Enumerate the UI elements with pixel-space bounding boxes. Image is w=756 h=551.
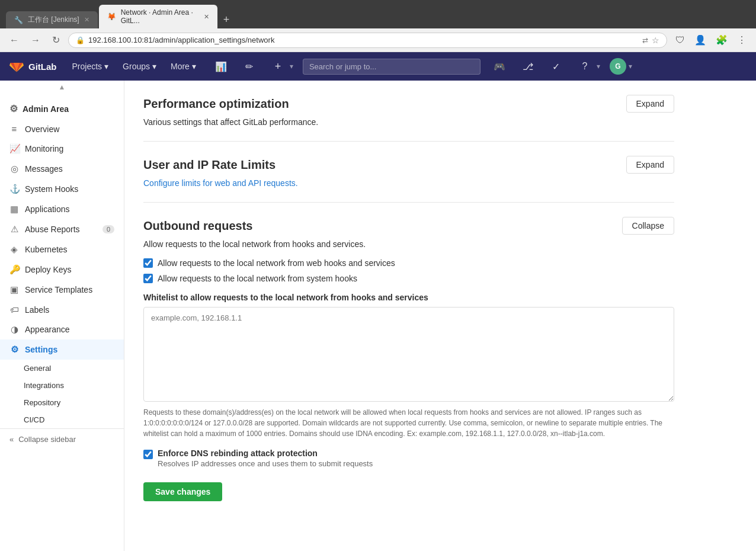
nav-plus-icon[interactable]: + [268,57,287,76]
appearance-label: Appearance [25,325,70,334]
abuse-icon: ⚠ [9,224,19,235]
back-button[interactable]: ← [6,33,23,48]
nav-todo-icon[interactable]: ✓ [547,57,566,76]
translate-icon: ⇄ [642,36,648,44]
deploy-keys-icon: 🔑 [9,264,19,275]
search-input[interactable] [303,59,480,75]
sidebar-item-labels[interactable]: 🏷 Labels [0,300,124,319]
sidebar-header: ⚙ Admin Area [0,94,124,119]
whitelist-textarea[interactable] [143,307,674,402]
nav-search[interactable] [303,59,480,75]
sidebar-item-system-hooks[interactable]: ⚓ System Hooks [0,179,124,199]
rate-limits-link[interactable]: Configure limits for web and API request… [143,178,298,188]
jenkins-tab-icon: 🔧 [14,16,23,24]
reload-button[interactable]: ↻ [49,32,63,48]
whitelist-hint: Requests to these domain(s)/address(es) … [143,407,674,439]
jenkins-tab-close[interactable]: ✕ [84,16,89,24]
sidebar-sub-integrations[interactable]: Integrations [0,377,124,394]
extensions-icon[interactable]: 🧩 [712,32,731,48]
menu-icon[interactable]: ⋮ [733,32,750,48]
settings-icon: ⚙ [9,344,19,355]
sidebar-item-applications[interactable]: ▦ Applications [0,199,124,219]
address-input[interactable] [88,36,639,44]
whitelist-label: Whitelist to allow requests to the local… [143,293,674,302]
webhook-checkbox[interactable] [143,258,153,268]
sidebar-item-settings[interactable]: ⚙ Settings [0,339,124,360]
sidebar-item-monitoring[interactable]: 📈 Monitoring [0,139,124,159]
browser-tabs: 🔧 工作台 [Jenkins] ✕ 🦊 Network · Admin Area… [6,5,750,28]
sidebar-item-messages[interactable]: ◎ Messages [0,159,124,179]
outbound-header: Outbound requests Collapse [143,217,674,235]
gitlab-tab-label: Network · Admin Area · GitL... [121,8,199,25]
sidebar-item-overview[interactable]: ≡ Overview [0,119,124,139]
overview-icon: ≡ [9,124,19,134]
labels-icon: 🏷 [9,305,19,315]
performance-expand-button[interactable]: Expand [626,95,674,113]
sidebar-item-appearance[interactable]: ◑ Appearance [0,319,124,339]
settings-label: Settings [25,345,57,354]
browser-tab-jenkins[interactable]: 🔧 工作台 [Jenkins] ✕ [6,11,98,28]
jenkins-tab-label: 工作台 [Jenkins] [28,15,79,25]
shield-icon[interactable]: 🛡 [672,33,688,48]
outbound-checkboxes: Allow requests to the local network from… [143,258,674,283]
system-hooks-label: System Hooks [25,184,78,194]
new-tab-button[interactable]: + [219,11,235,28]
nav-projects[interactable]: Projects ▾ [66,58,115,75]
sidebar-item-abuse-reports[interactable]: ⚠ Abuse Reports 0 [0,219,124,239]
performance-header: Performance optimization Expand [143,95,674,113]
nav-merge-request-icon[interactable]: ⎇ [518,57,537,76]
nav-chart-icon[interactable]: 📊 [212,57,230,76]
bookmark-icon[interactable]: ☆ [652,36,659,45]
rate-limits-section: User and IP Rate Limits Expand Configure… [143,156,674,203]
sidebar-sub-cicd[interactable]: CI/CD [0,411,124,428]
user-avatar[interactable]: G [610,58,626,75]
deploy-keys-label: Deploy Keys [25,265,72,274]
nav-headset-icon[interactable]: 🎮 [490,57,509,76]
sidebar-title: ⚙ Admin Area [9,103,114,114]
messages-icon: ◎ [9,164,19,174]
enforce-dns-row: Enforce DNS rebinding attack protection … [143,449,674,468]
nav-groups[interactable]: Groups ▾ [117,58,162,75]
lock-icon: 🔒 [76,36,85,44]
address-bar[interactable]: 🔒 ⇄ ☆ [68,33,667,48]
sidebar-item-kubernetes[interactable]: ◈ Kubernetes [0,239,124,260]
labels-label: Labels [25,305,49,315]
enforce-text: Enforce DNS rebinding attack protection … [158,449,373,468]
performance-title: Performance optimization [143,97,289,111]
gitlab-logo[interactable]: GitLab [9,59,57,73]
rate-limits-description: Configure limits for web and API request… [143,178,674,188]
collapse-sidebar-button[interactable]: « Collapse sidebar [0,428,124,450]
appearance-icon: ◑ [9,324,19,335]
browser-tab-gitlab[interactable]: 🦊 Network · Admin Area · GitL... ✕ [99,5,217,28]
performance-section: Performance optimization Expand Various … [143,95,674,142]
profile-icon[interactable]: 👤 [691,32,710,48]
rate-limits-expand-button[interactable]: Expand [626,156,674,174]
hooks-icon: ⚓ [9,184,19,194]
collapse-icon: « [9,435,14,444]
save-changes-button[interactable]: Save changes [143,482,222,501]
checkbox-row-webhooks: Allow requests to the local network from… [143,258,674,268]
nav-links: Projects ▾ Groups ▾ More ▾ [66,58,202,75]
nav-pencil-icon[interactable]: ✏ [240,57,259,76]
outbound-collapse-button[interactable]: Collapse [622,217,674,235]
service-templates-icon: ▣ [9,284,19,295]
sidebar-sub-general[interactable]: General [0,360,124,377]
gitlab-tab-close[interactable]: ✕ [204,13,209,21]
system-hooks-checkbox[interactable] [143,274,153,283]
forward-button[interactable]: → [27,33,44,48]
applications-icon: ▦ [9,204,19,214]
outbound-section: Outbound requests Collapse Allow request… [143,217,674,515]
sidebar-item-service-templates[interactable]: ▣ Service Templates [0,280,124,300]
dns-protection-checkbox[interactable] [143,450,153,459]
webhook-checkbox-label: Allow requests to the local network from… [158,258,395,268]
sidebar-title-text: Admin Area [23,104,69,114]
sidebar-sub-repository[interactable]: Repository [0,394,124,411]
scroll-up-indicator: ▲ [0,81,124,94]
sidebar-item-deploy-keys[interactable]: 🔑 Deploy Keys [0,260,124,280]
gitlab-navbar: GitLab Projects ▾ Groups ▾ More ▾ 📊 ✏ + … [0,52,756,81]
messages-label: Messages [25,164,63,174]
nav-more[interactable]: More ▾ [165,58,202,75]
browser-chrome: 🔧 工作台 [Jenkins] ✕ 🦊 Network · Admin Area… [0,0,756,28]
nav-help-icon[interactable]: ? [575,57,594,76]
sidebar: ▲ ⚙ Admin Area ≡ Overview 📈 Monitoring ◎… [0,81,124,551]
